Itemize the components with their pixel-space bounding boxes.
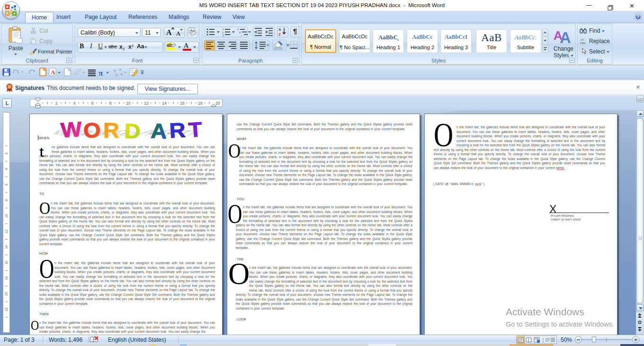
svg-text:12: 12: [5, 230, 8, 233]
svg-text:4: 4: [5, 168, 8, 170]
svg-text:a: a: [239, 31, 241, 34]
svg-text:A: A: [150, 119, 167, 143]
svg-text:14: 14: [162, 101, 167, 106]
svg-text:10: 10: [5, 214, 8, 218]
svg-text:14: 14: [5, 245, 8, 249]
svg-text:T: T: [188, 118, 203, 142]
svg-text:i: i: [241, 34, 242, 37]
svg-text:R: R: [169, 118, 186, 142]
svg-text:D: D: [124, 119, 141, 143]
svg-text:6: 6: [91, 101, 94, 106]
svg-text:R: R: [103, 119, 119, 142]
svg-text:4: 4: [73, 101, 76, 106]
svg-text:16: 16: [180, 101, 185, 106]
svg-text:12: 12: [144, 101, 149, 106]
svg-text:2: 2: [55, 101, 58, 106]
svg-text:6: 6: [5, 184, 8, 186]
svg-text:O: O: [83, 118, 101, 142]
svg-text:π: π: [98, 69, 103, 78]
svg-text:1: 1: [237, 28, 239, 31]
svg-text:A: A: [560, 29, 571, 44]
svg-text:18: 18: [5, 276, 8, 280]
svg-text:2: 2: [5, 152, 8, 154]
svg-text:Z: Z: [278, 32, 281, 36]
svg-text:1: 1: [222, 28, 224, 31]
svg-text:22: 22: [5, 308, 8, 311]
svg-text:3: 3: [222, 34, 224, 37]
svg-text:20: 20: [5, 292, 8, 296]
svg-text:A: A: [278, 27, 281, 32]
svg-text:18: 18: [198, 101, 203, 106]
svg-text:8: 8: [5, 199, 8, 201]
svg-text:W: W: [60, 117, 83, 142]
svg-text:16: 16: [5, 261, 8, 265]
svg-text:8: 8: [109, 101, 112, 106]
svg-text:A: A: [51, 69, 55, 76]
svg-text:10: 10: [126, 101, 131, 106]
svg-text:ac: ac: [581, 41, 585, 44]
